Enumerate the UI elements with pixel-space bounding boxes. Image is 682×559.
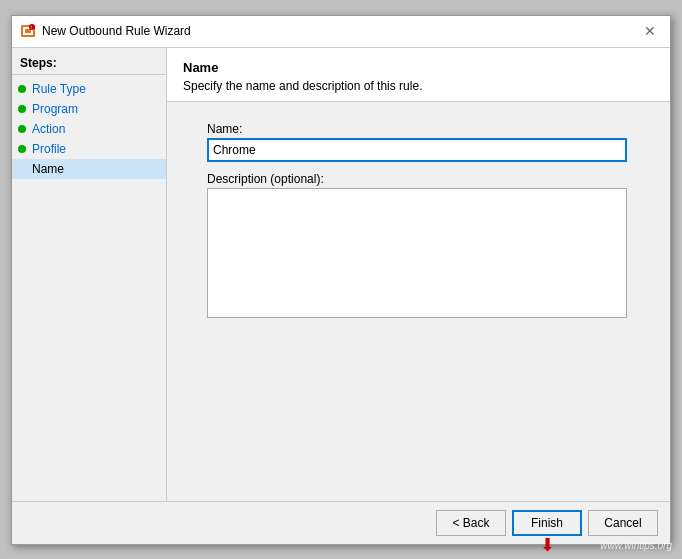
sidebar-item-action[interactable]: Action bbox=[12, 119, 166, 139]
window-title: New Outbound Rule Wizard bbox=[42, 24, 191, 38]
wizard-window: ! New Outbound Rule Wizard ✕ Steps: Rule… bbox=[11, 15, 671, 545]
sidebar-label-program: Program bbox=[32, 102, 78, 116]
close-button[interactable]: ✕ bbox=[638, 21, 662, 41]
svg-text:!: ! bbox=[31, 25, 32, 30]
title-bar-left: ! New Outbound Rule Wizard bbox=[20, 23, 191, 39]
footer: < Back Finish ⬇ Cancel bbox=[12, 501, 670, 544]
sidebar-heading: Steps: bbox=[12, 48, 166, 75]
main-panel: Name Specify the name and description of… bbox=[167, 48, 670, 501]
name-input[interactable] bbox=[207, 138, 627, 162]
desc-textarea[interactable] bbox=[207, 188, 627, 318]
firewall-icon: ! bbox=[20, 23, 36, 39]
step-dot-profile bbox=[18, 145, 26, 153]
sidebar-items: Rule Type Program Action Profile Name bbox=[12, 75, 166, 183]
name-field-group: Name: bbox=[207, 122, 630, 162]
title-bar: ! New Outbound Rule Wizard ✕ bbox=[12, 16, 670, 48]
sidebar-item-profile[interactable]: Profile bbox=[12, 139, 166, 159]
page-title: Name bbox=[183, 60, 654, 75]
back-button[interactable]: < Back bbox=[436, 510, 506, 536]
arrow-indicator: ⬇ bbox=[540, 536, 555, 554]
sidebar-label-profile: Profile bbox=[32, 142, 66, 156]
cancel-button[interactable]: Cancel bbox=[588, 510, 658, 536]
content-area: Steps: Rule Type Program Action Profile bbox=[12, 48, 670, 501]
watermark: www.wintips.org bbox=[600, 540, 672, 551]
desc-label: Description (optional): bbox=[207, 172, 630, 186]
desc-field-group: Description (optional): bbox=[207, 172, 630, 321]
finish-button[interactable]: Finish bbox=[512, 510, 582, 536]
main-header: Name Specify the name and description of… bbox=[167, 48, 670, 102]
sidebar-label-action: Action bbox=[32, 122, 65, 136]
step-dot-rule-type bbox=[18, 85, 26, 93]
sidebar-label-name: Name bbox=[32, 162, 64, 176]
step-dot-program bbox=[18, 105, 26, 113]
sidebar-label-rule-type: Rule Type bbox=[32, 82, 86, 96]
step-dot-name bbox=[18, 165, 26, 173]
finish-btn-wrap: Finish ⬇ bbox=[512, 510, 582, 536]
sidebar-item-program[interactable]: Program bbox=[12, 99, 166, 119]
name-label: Name: bbox=[207, 122, 630, 136]
step-dot-action bbox=[18, 125, 26, 133]
sidebar-item-name[interactable]: Name bbox=[12, 159, 166, 179]
page-subtitle: Specify the name and description of this… bbox=[183, 79, 654, 93]
sidebar-item-rule-type[interactable]: Rule Type bbox=[12, 79, 166, 99]
form-area: Name: Description (optional): bbox=[167, 102, 670, 501]
sidebar: Steps: Rule Type Program Action Profile bbox=[12, 48, 167, 501]
